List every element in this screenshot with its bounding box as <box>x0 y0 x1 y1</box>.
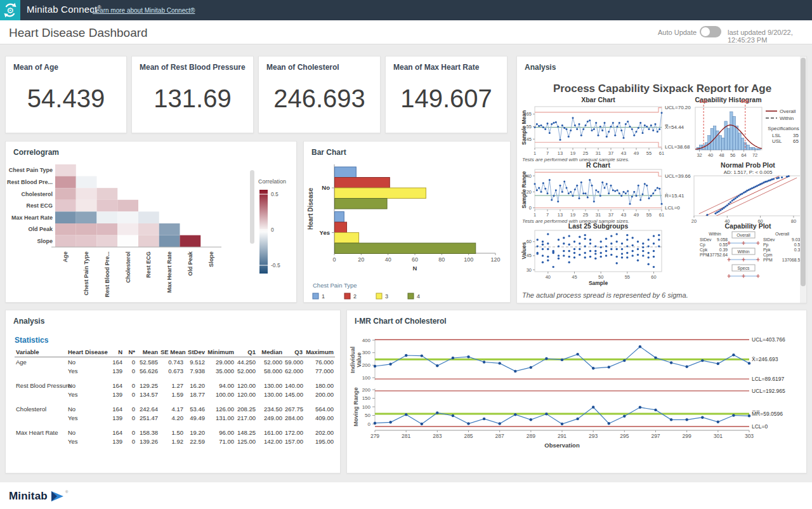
topbar: ⚙ Minitab Connect® Learn more about Mini… <box>0 0 812 20</box>
xbar-point <box>542 126 544 128</box>
stats-cell: 22.59 <box>185 437 206 446</box>
corr-cell <box>76 235 97 248</box>
last25-point <box>594 253 596 255</box>
correlogram-scrollbar-thumb[interactable] <box>250 170 254 244</box>
rchart-point <box>599 195 601 197</box>
imr-i-point <box>421 354 423 357</box>
imr-i-point <box>452 357 454 359</box>
last25-point <box>584 234 586 236</box>
capplot-stat-label: StDev <box>763 237 775 242</box>
stats-cell: 131.00 <box>206 413 235 422</box>
imr-mr-ylabel: Moving Range <box>353 387 359 426</box>
xbar-point <box>625 123 627 125</box>
stats-cell: 0 <box>124 366 136 375</box>
statistics-table-holder: VariableHeart DiseaseNN*MeanSE MeanStDev… <box>15 347 335 446</box>
corr-cell <box>117 200 138 212</box>
prob-x-tick: 20 <box>691 218 697 224</box>
last25-point <box>600 256 602 258</box>
xbar-point <box>580 135 582 136</box>
rchart-x-tick: 43 <box>621 212 626 218</box>
imr-i-point <box>639 345 641 348</box>
last25-point <box>637 241 639 242</box>
rchart-x-tick: 25 <box>583 212 588 218</box>
rchart-title: R Chart <box>586 161 610 169</box>
rchart-point <box>612 189 614 191</box>
rchart-frame <box>535 169 662 209</box>
table-row: CholesterolNo1640242.644.1753.46126.0020… <box>15 404 335 413</box>
rchart-point <box>542 182 544 184</box>
rchart-point <box>576 185 578 187</box>
imr-x-tick: 291 <box>558 433 566 439</box>
rchart-point <box>638 185 639 187</box>
imr-x-tick: 301 <box>714 433 723 439</box>
xbar-point <box>599 126 601 128</box>
last25-point <box>542 255 544 256</box>
stats-cell: 1.50 <box>159 428 185 437</box>
xbar-x-tick: 37 <box>608 150 613 156</box>
xbar-point <box>604 122 606 124</box>
imr-i-point <box>499 362 501 364</box>
auto-update-label: Auto Update <box>658 29 697 36</box>
stats-cell: 19.20 <box>185 428 206 437</box>
xbar-point <box>601 129 603 131</box>
last25-point <box>579 236 580 238</box>
xbar-point <box>595 122 597 124</box>
imr-i-point <box>623 359 625 362</box>
last25-point <box>589 250 591 252</box>
last25-point <box>610 248 612 250</box>
imr-i-point <box>717 362 719 365</box>
stats-cell: 139 <box>108 413 124 422</box>
last25-point <box>594 245 596 247</box>
xbar-x-tick: 43 <box>621 150 626 156</box>
xbar-point <box>638 127 639 129</box>
imr-x-tick: 293 <box>589 433 598 439</box>
table-row: Max Heart RateNo1640158.381.5019.2096.00… <box>15 428 335 437</box>
corr-cell <box>138 235 159 248</box>
last25-point <box>568 256 570 258</box>
stats-cell: 140.00 <box>284 381 304 390</box>
learn-more-link[interactable]: Learn more about Minitab Connect® <box>93 7 195 14</box>
stats-header-cell: Q3 <box>284 347 304 357</box>
stats-cell: 76.000 <box>304 357 335 367</box>
last25-x-tick: 55 <box>625 274 630 280</box>
statistics-table: VariableHeart DiseaseNN*MeanSE MeanStDev… <box>15 347 335 446</box>
stats-cell: 158.38 <box>136 428 159 437</box>
rchart-point <box>587 197 589 199</box>
xbar-x-tick: 55 <box>646 150 652 156</box>
xbar-point <box>610 126 612 128</box>
last25-point <box>616 241 618 242</box>
hist-bar <box>749 147 752 150</box>
rchart-point <box>644 183 646 185</box>
capplot-overall-title: Overall <box>775 232 790 236</box>
auto-update-toggle[interactable] <box>700 26 721 37</box>
last25-xlabel: Sample <box>589 280 608 286</box>
xbar-point <box>617 126 619 128</box>
last25-point <box>553 266 554 268</box>
last25-point <box>558 245 560 247</box>
last25-point <box>579 248 580 250</box>
last25-point <box>637 260 639 261</box>
bar <box>335 188 426 199</box>
corr-cell <box>55 164 76 176</box>
last25-point <box>605 238 607 240</box>
bar-legend-item: 4 <box>417 293 420 300</box>
kpi-label: Mean of Age <box>13 63 58 72</box>
xbar-x-tick: 31 <box>596 150 601 156</box>
rchart-point <box>629 203 631 205</box>
imr-i-lcl-label: LCL=89.6197 <box>752 376 785 382</box>
last25-x-tick: 50 <box>598 274 603 280</box>
rchart-point <box>551 199 553 201</box>
corr-cell <box>55 211 76 223</box>
prob-point <box>723 207 725 209</box>
stats-header-cell: Mean <box>136 347 159 357</box>
stats-header-cell: SE Mean <box>159 347 185 357</box>
hist-lsl-label: LSL <box>700 99 709 103</box>
panel-scrollbar-thumb[interactable] <box>801 58 806 286</box>
hist-x-tick: 56 <box>730 152 735 158</box>
stats-cell: 1.27 <box>159 381 185 390</box>
hist-bar <box>738 133 741 150</box>
xbar-point <box>563 127 565 129</box>
rchart-point <box>657 187 658 189</box>
stats-cell: 195.00 <box>304 437 335 446</box>
last25-point <box>637 248 639 250</box>
